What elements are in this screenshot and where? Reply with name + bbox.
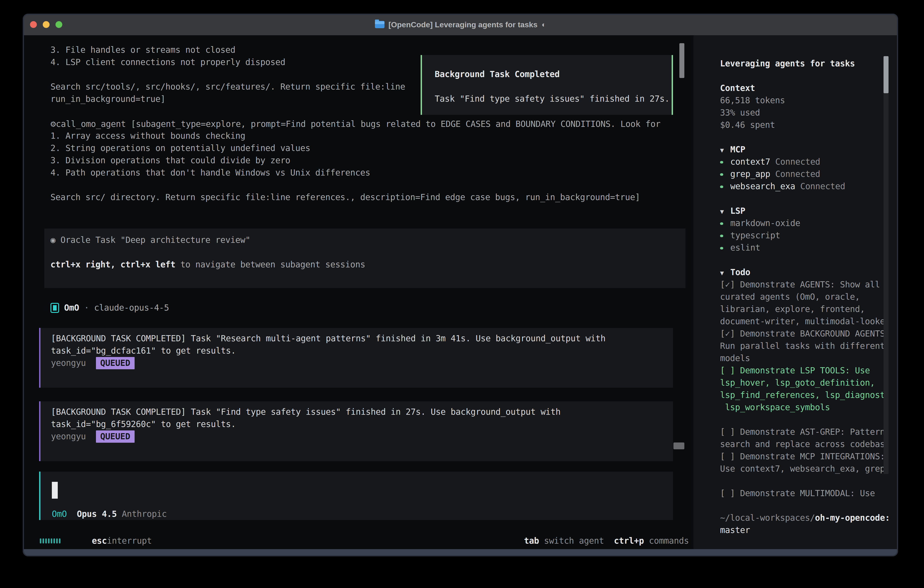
bullet-icon [720, 217, 730, 230]
oracle-task-label: Oracle Task "Deep architecture review" [61, 235, 250, 245]
blank-line [720, 131, 888, 144]
main-scrollbar-thumb[interactable] [673, 443, 684, 449]
lsp-section-header[interactable]: ▼LSP [720, 205, 888, 217]
lsp-name: typescript [730, 231, 780, 240]
todo-line: models [720, 352, 888, 365]
blank-line [720, 254, 888, 266]
todo-line: [ ] Demonstrate MULTIMODAL: Use [720, 487, 888, 500]
queued-badge: QUEUED [96, 430, 135, 443]
scrollback-line: 3. File handles or streams not closed [51, 44, 705, 56]
session-sidebar: Leveraging agents for tasks Context 66,5… [693, 35, 898, 549]
activity-dot [45, 538, 47, 543]
main-scrollbar-thumb[interactable] [679, 43, 684, 78]
todo-line: librarian, explore, frontend, [720, 303, 888, 315]
hint-text: to navigate between subagent sessions [175, 260, 365, 269]
blank-line [720, 193, 888, 205]
window-title: [OpenCode] Leveraging agents for tasks [389, 18, 538, 31]
task-meta-line: yeongyu QUEUED [51, 357, 673, 369]
todo-line: [✓] Demonstrate AGENTS: Show all 7 [720, 279, 888, 291]
lsp-name: markdown-oxide [730, 218, 800, 228]
tool-call-item: 4. Path operations that don't handle Win… [51, 167, 705, 179]
mcp-status: Connected [775, 157, 820, 167]
input-provider: Anthropic [122, 509, 167, 519]
omo-agent-icon [51, 303, 59, 313]
notification-title: Background Task Completed [435, 68, 672, 81]
activity-dot [51, 538, 52, 543]
todo-section-header[interactable]: ▼Todo [720, 266, 888, 279]
tool-call-closing: Search src/ directory. Return specific f… [51, 191, 705, 203]
activity-dot [40, 538, 41, 543]
agent-model: claude-opus-4-5 [94, 302, 169, 314]
bullet-icon [720, 180, 730, 193]
queued-badge: QUEUED [96, 357, 135, 369]
tab-key-hint: tab [524, 536, 539, 546]
close-window-button[interactable] [30, 21, 37, 28]
bullet-icon [720, 230, 730, 242]
bullet-icon [720, 168, 730, 180]
lsp-name: eslint [730, 243, 760, 253]
context-used: 33% used [720, 107, 888, 119]
tool-call-item: 1. Array access without bounds checking [51, 130, 705, 142]
statusbar-left: esc interrupt [40, 535, 152, 547]
background-task-notification: Background Task Completed Task "Find typ… [421, 55, 673, 115]
mcp-name: websearch_exa [730, 182, 795, 191]
oracle-hint-line: ctrl+x right, ctrl+x left to navigate be… [51, 259, 685, 271]
model-row: OmO Opus 4.5 Anthropic [52, 508, 167, 520]
input-agent-name: OmO [52, 509, 67, 519]
session-title: Leveraging agents for tasks [720, 58, 888, 70]
zoom-window-button[interactable] [56, 21, 62, 28]
activity-dot [53, 538, 55, 543]
agent-header: OmO · claude-opus-4-5 [51, 302, 169, 314]
oracle-task-box: ◉ Oracle Task "Deep architecture review"… [45, 228, 685, 288]
task-user: yeongyu [51, 358, 86, 368]
lsp-item: eslint [720, 242, 888, 254]
task-line: task_id="bg_dcfac161" to get results. [51, 345, 673, 357]
workspace-path-repo: oh-my-opencode: [815, 513, 888, 523]
todo-line: search and replace across codebase [720, 438, 888, 451]
workspace-branch: master [720, 524, 888, 537]
cmd-key-label: commands [649, 536, 689, 546]
mcp-name: grep_app [730, 169, 770, 179]
todo-line: document-writer, multimodal-looker) [720, 315, 888, 328]
chevron-down-icon: ▼ [720, 206, 730, 218]
sidebar-scrollbar-thumb[interactable] [884, 56, 889, 93]
mcp-header-label: MCP [730, 145, 745, 154]
sidebar-scrollbar-track[interactable] [884, 56, 889, 474]
traffic-lights [30, 14, 62, 35]
window-bottom-edge [23, 549, 898, 557]
mcp-name: context7 [730, 157, 770, 167]
hint-keys: ctrl+x right, ctrl+x left [51, 260, 175, 269]
todo-line-active: [ ] Demonstrate LSP TOOLS: Use [720, 365, 888, 377]
activity-dot [56, 538, 58, 543]
lsp-item: markdown-oxide [720, 217, 888, 230]
titlebar[interactable]: [OpenCode] Leveraging agents for tasks ◐ [23, 14, 898, 35]
workspace-path: ~/local-workspaces/oh-my-opencode: [720, 512, 888, 524]
blank-line [435, 81, 672, 93]
bullet-icon [720, 156, 730, 168]
mcp-item: context7 Connected [720, 156, 888, 168]
blank-line [720, 475, 888, 487]
task-line: [BACKGROUND TASK COMPLETED] Task "Resear… [51, 332, 673, 345]
blank-line [720, 414, 888, 426]
chevron-down-icon: ▼ [720, 267, 730, 279]
task-meta-line: yeongyu QUEUED [51, 430, 673, 443]
blank-line [51, 246, 685, 259]
minimize-window-button[interactable] [43, 21, 50, 28]
todo-line: curated agents (OmO, oracle, [720, 291, 888, 303]
mcp-status: Connected [775, 169, 820, 179]
opencode-terminal-window: [OpenCode] Leveraging agents for tasks ◐… [23, 14, 898, 557]
tool-call-item: 2. String operations on potentially unde… [51, 142, 705, 154]
text-cursor [52, 482, 58, 499]
blank-line [51, 179, 705, 191]
context-tokens: 66,518 tokens [720, 94, 888, 107]
blank-line [720, 537, 888, 549]
mcp-section-header[interactable]: ▼MCP [720, 144, 888, 156]
context-header: Context [720, 82, 888, 94]
notification-body: Task "Find type safety issues" finished … [435, 93, 672, 105]
esc-key-hint: esc [92, 535, 107, 547]
tool-call-item: 3. Division operations that could divide… [51, 154, 705, 167]
bullet-icon [720, 242, 730, 254]
prompt-input[interactable]: OmO Opus 4.5 Anthropic [39, 472, 673, 520]
task-user: yeongyu [51, 431, 86, 441]
todo-line-active: lsp_hover, lsp_goto_definition, [720, 377, 888, 389]
